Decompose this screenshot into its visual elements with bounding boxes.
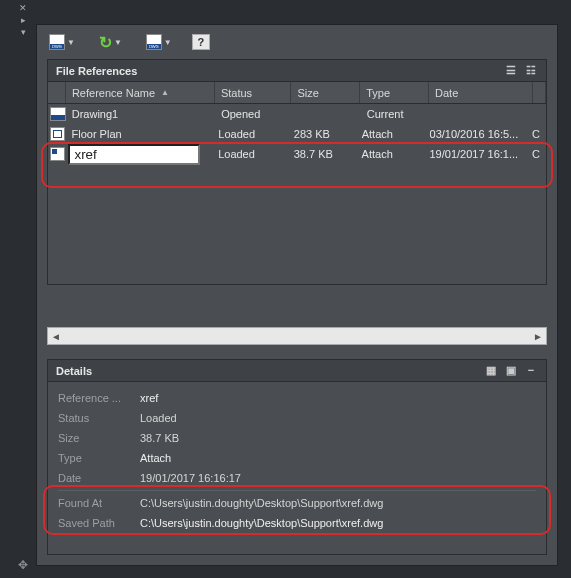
ref-type: Current <box>361 108 430 120</box>
ref-extra: C <box>526 128 546 140</box>
ref-size: 38.7 KB <box>288 148 356 160</box>
col-status[interactable]: Status <box>215 82 292 103</box>
pin-icon[interactable]: ✥ <box>18 558 28 572</box>
details-body: Reference ...xref StatusLoaded Size38.7 … <box>48 382 546 539</box>
detail-value: xref <box>140 392 536 404</box>
ref-status: Loaded <box>212 148 288 160</box>
refresh-icon: ↻ <box>99 33 112 52</box>
refresh-button[interactable]: ↻▼ <box>95 30 126 55</box>
column-headers: Reference Name▲ Status Size Type Date <box>48 82 546 104</box>
scroll-left-icon[interactable]: ◄ <box>48 331 64 342</box>
dwg-path-icon <box>146 34 162 50</box>
file-references-title: File References <box>56 65 137 77</box>
dwg-icon <box>49 34 65 50</box>
detail-value: 19/01/2017 16:16:17 <box>140 472 536 484</box>
toolbar: ▼ ↻▼ ▼ ? <box>37 25 557 59</box>
attach-dwg-button[interactable]: ▼ <box>45 31 79 53</box>
menu-icon[interactable]: ▾ <box>18 28 28 38</box>
dwg-ref-icon <box>50 127 65 141</box>
sort-asc-icon: ▲ <box>161 88 169 97</box>
chevron-down-icon: ▼ <box>164 38 172 47</box>
detail-label: Size <box>58 432 140 444</box>
details-preview-icon[interactable]: ▣ <box>504 364 518 378</box>
details-header: Details ▦ ▣ − <box>48 360 546 382</box>
ref-date: 19/01/2017 16:1... <box>423 148 526 160</box>
detail-value: Attach <box>140 452 536 464</box>
detail-found-at: C:\Users\justin.doughty\Desktop\Support\… <box>140 497 536 509</box>
ref-type: Attach <box>356 128 424 140</box>
ref-extra: C <box>526 148 546 160</box>
collapse-icon[interactable]: − <box>524 364 538 378</box>
col-reference-name[interactable]: Reference Name▲ <box>66 82 215 103</box>
xref-panel: ▼ ↻▼ ▼ ? File References ☰ ☷ Reference N… <box>36 24 558 566</box>
table-row[interactable]: Drawing1 Opened Current <box>48 104 546 124</box>
col-type[interactable]: Type <box>360 82 429 103</box>
details-list-icon[interactable]: ▦ <box>484 364 498 378</box>
panel-title-vertical: EXTERNAL REFERENCES <box>0 415 2 558</box>
col-date[interactable]: Date <box>429 82 533 103</box>
detail-value: Loaded <box>140 412 536 424</box>
detail-saved-path: C:\Users\justin.doughty\Desktop\Support\… <box>140 517 536 529</box>
detail-label: Reference ... <box>58 392 140 404</box>
ref-status: Loaded <box>212 128 288 140</box>
ref-name: Floor Plan <box>65 128 212 140</box>
detail-label: Type <box>58 452 140 464</box>
table-row[interactable]: Floor Plan Loaded 283 KB Attach 03/10/20… <box>48 124 546 144</box>
tree-view-icon[interactable]: ☷ <box>524 64 538 78</box>
list-view-icon[interactable]: ☰ <box>504 64 518 78</box>
dwg-ref-icon <box>50 147 65 161</box>
window-controls: ✕ ▸ ▾ <box>18 4 28 38</box>
float-icon[interactable]: ▸ <box>18 16 28 26</box>
detail-label: Date <box>58 472 140 484</box>
ref-type: Attach <box>356 148 424 160</box>
ref-size: 283 KB <box>288 128 356 140</box>
ref-name-edit-input[interactable] <box>68 144 200 165</box>
change-path-button[interactable]: ▼ <box>142 31 176 53</box>
file-references-header: File References ☰ ☷ <box>48 60 546 82</box>
col-size[interactable]: Size <box>291 82 360 103</box>
details-title: Details <box>56 365 92 377</box>
detail-value: 38.7 KB <box>140 432 536 444</box>
chevron-down-icon: ▼ <box>114 38 122 47</box>
ref-status: Opened <box>215 108 292 120</box>
detail-label: Found At <box>58 497 140 509</box>
ref-name: Drawing1 <box>66 108 215 120</box>
table-row[interactable]: Loaded 38.7 KB Attach 19/01/2017 16:1...… <box>48 144 546 164</box>
detail-label: Saved Path <box>58 517 140 529</box>
ref-date: 03/10/2016 16:5... <box>424 128 527 140</box>
chevron-down-icon: ▼ <box>67 38 75 47</box>
horizontal-scrollbar[interactable]: ◄ ► <box>47 327 547 345</box>
scroll-right-icon[interactable]: ► <box>530 331 546 342</box>
help-button[interactable]: ? <box>192 34 210 50</box>
drawing-icon <box>50 107 66 121</box>
detail-label: Status <box>58 412 140 424</box>
close-icon[interactable]: ✕ <box>18 4 28 14</box>
